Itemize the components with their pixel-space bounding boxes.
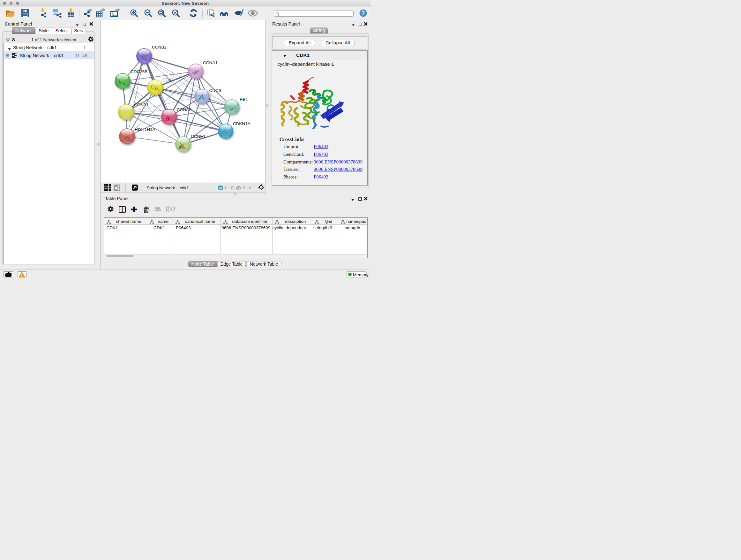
- svg-text:?: ?: [361, 10, 365, 16]
